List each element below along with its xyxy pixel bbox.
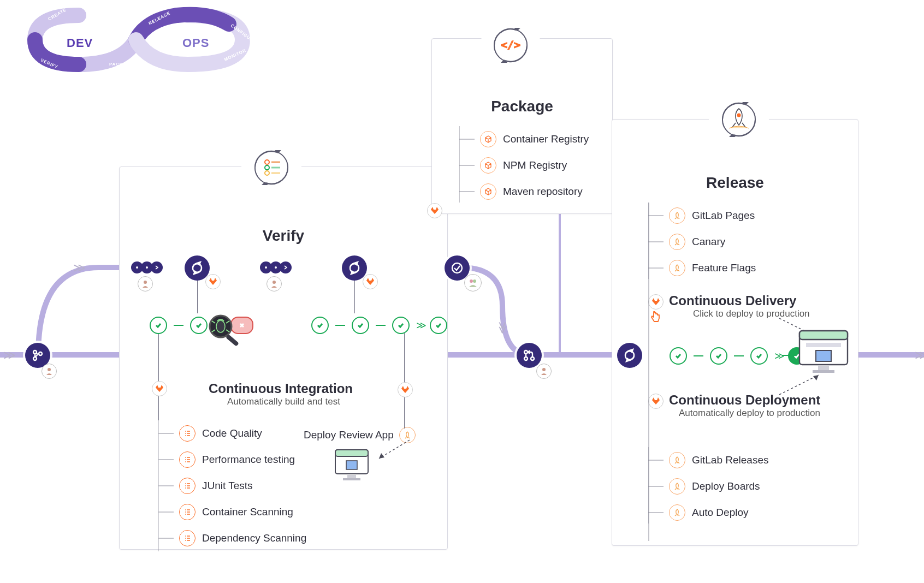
svg-point-36: [144, 281, 147, 284]
list-item: Canary: [669, 229, 812, 255]
rocket-icon: [669, 207, 685, 224]
pipeline-cycle-node-icon: [342, 255, 367, 281]
item-label: JUnit Tests: [202, 480, 253, 492]
item-label: Performance testing: [202, 454, 295, 466]
rocket-icon: [669, 452, 685, 468]
check-pass-icon: [710, 347, 727, 365]
commit-cluster-icon: [260, 261, 292, 273]
list-item: Code Quality: [179, 420, 322, 447]
rocket-icon: [669, 504, 685, 521]
user-avatar-icon: [536, 364, 552, 379]
pipeline-check-row-pass: ≫: [311, 317, 447, 334]
svg-rect-58: [806, 343, 841, 347]
release-cycle-icon: [709, 90, 769, 150]
svg-text:PLAN: PLAN: [110, 13, 124, 17]
ci-item-list: Code Quality Performance testing JUnit T…: [158, 420, 322, 557]
connector-line: [197, 281, 198, 313]
item-label: NPM Registry: [503, 159, 567, 171]
check-pass-icon: [150, 317, 167, 334]
rocket-icon: [669, 478, 685, 495]
svg-rect-27: [347, 475, 356, 478]
list-item: Performance testing: [179, 447, 322, 473]
list-item: Deploy Boards: [669, 473, 812, 499]
svg-point-46: [473, 279, 476, 283]
svg-text:</>: </>: [501, 38, 520, 51]
svg-rect-26: [346, 461, 357, 469]
continuous-integration-section: Continuous Integration Automatically bui…: [209, 381, 353, 407]
svg-rect-60: [818, 366, 829, 370]
svg-rect-61: [813, 370, 834, 373]
checklist-icon: [179, 425, 196, 442]
gitlab-fox-icon: [363, 274, 378, 289]
svg-rect-55: [226, 334, 239, 347]
list-item: Container Registry: [480, 126, 601, 152]
rocket-icon: [669, 234, 685, 250]
list-item: NPM Registry: [480, 152, 601, 179]
list-item: Container Scanning: [179, 499, 322, 525]
item-label: Feature Flags: [692, 262, 756, 274]
merge-request-node-icon: [517, 343, 542, 368]
svg-point-40: [275, 266, 277, 269]
item-label: Canary: [692, 236, 725, 248]
gitlab-fox-icon: [648, 294, 664, 310]
item-label: GitLab Pages: [692, 210, 755, 222]
svg-point-13: [265, 171, 269, 175]
user-avatar-icon: [42, 364, 57, 379]
release-title: Release: [612, 174, 858, 192]
list-item: Maven repository: [480, 179, 601, 205]
svg-point-47: [524, 350, 528, 354]
production-monitor-icon: [796, 328, 851, 378]
connector-line: [782, 355, 796, 356]
flow-chevrons-icon: ≫: [3, 348, 11, 362]
svg-point-41: [273, 281, 276, 284]
list-item: Dependency Scanning: [179, 525, 322, 551]
package-item-list: Container Registry NPM Registry Maven re…: [459, 126, 601, 208]
item-label: GitLab Releases: [692, 454, 768, 466]
item-label: Code Quality: [202, 427, 262, 439]
svg-point-32: [39, 352, 42, 355]
svg-point-11: [265, 165, 269, 170]
item-label: Auto Deploy: [692, 507, 749, 519]
list-item: JUnit Tests: [179, 473, 322, 499]
gitlab-fox-icon: [398, 382, 413, 397]
check-pass-icon: [430, 317, 447, 334]
release-top-list: GitLab Pages Canary Feature Flags: [648, 203, 812, 284]
item-label: Container Registry: [503, 133, 589, 145]
list-item: GitLab Releases: [669, 447, 812, 473]
svg-point-23: [737, 114, 741, 117]
svg-point-39: [265, 266, 267, 269]
check-pass-icon: [750, 347, 768, 365]
check-pass-icon: [311, 317, 329, 334]
svg-rect-25: [335, 450, 368, 456]
svg-rect-59: [816, 350, 831, 361]
dashed-arrow-icon: [375, 437, 413, 463]
commit-cluster-icon: [131, 261, 163, 273]
group-avatar-icon: [464, 274, 482, 291]
bug-magnifier-icon: [206, 312, 245, 350]
flow-chevrons-down-icon: ≫: [495, 322, 510, 330]
release-check-row: ≫: [670, 347, 805, 365]
double-chevron-icon: ≫: [416, 319, 423, 331]
gitlab-fox-icon: [152, 381, 167, 396]
connector-line: [158, 333, 159, 420]
checklist-icon: [179, 478, 196, 494]
devops-pipeline-diagram: .p{stroke:#b8aee0;stroke-width:10;fill:n…: [0, 0, 924, 583]
user-avatar-icon: [266, 276, 282, 291]
verify-cycle-icon: [241, 138, 301, 198]
flow-chevrons-icon: ≫: [915, 348, 923, 362]
rocket-icon: [669, 260, 685, 276]
pipeline-cycle-node-icon: [185, 255, 210, 281]
svg-point-31: [33, 357, 37, 360]
dev-label: DEV: [67, 36, 93, 50]
ops-label: OPS: [182, 36, 209, 50]
verify-title: Verify: [120, 227, 447, 245]
svg-point-35: [146, 266, 148, 269]
item-label: Dependency Scanning: [202, 532, 306, 544]
svg-point-34: [136, 266, 138, 269]
check-pass-icon: [190, 317, 208, 334]
item-label: Container Scanning: [202, 506, 293, 518]
item-label: Maven repository: [503, 186, 583, 198]
connector-line: [354, 281, 355, 313]
svg-point-9: [265, 160, 269, 164]
svg-point-49: [531, 357, 534, 360]
